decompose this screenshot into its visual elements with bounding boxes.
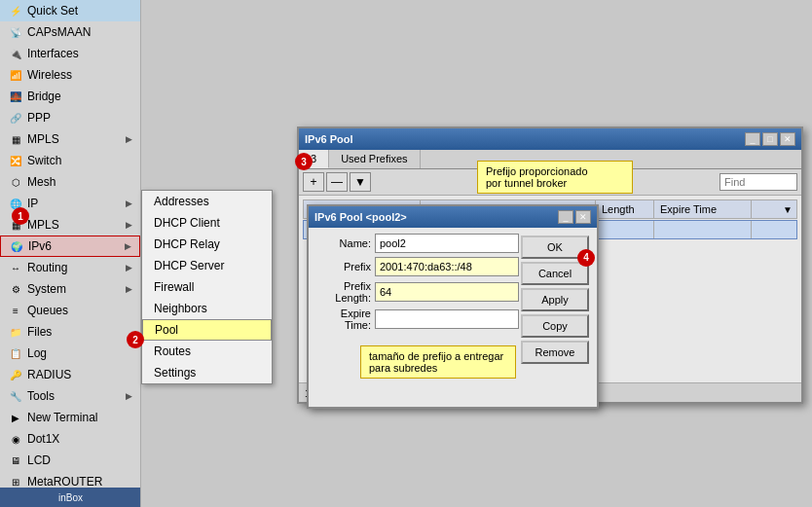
submenu-item-addresses[interactable]: Addresses xyxy=(142,191,272,212)
tooltip-text-tunnel: Prefijo proporcionadopor tunnel broker xyxy=(486,165,588,189)
sidebar-item-routing[interactable]: ↔Routing▶ xyxy=(0,257,140,278)
capsman-icon: 📡 xyxy=(8,24,23,40)
inbox-label: inBox xyxy=(0,488,141,507)
sidebar-item-mpls[interactable]: ▦MPLS▶ xyxy=(0,128,140,150)
sidebar-item-radius[interactable]: 🔑RADIUS xyxy=(0,364,140,385)
sidebar-item-system[interactable]: ⚙System▶ xyxy=(0,278,140,300)
quick-set-icon: ⚡ xyxy=(8,3,23,18)
sort-arrow[interactable]: ▼ xyxy=(783,204,793,215)
badge-1: 1 xyxy=(12,207,29,225)
filter-btn[interactable]: ▼ xyxy=(350,172,371,192)
sidebar-item-mesh[interactable]: ⬡Mesh xyxy=(0,171,140,193)
tunnel-broker-tooltip: Prefijo proporcionadopor tunnel broker xyxy=(477,161,633,194)
sidebar-label-dot1x: Dot1X xyxy=(27,432,59,446)
tab-used-prefixes[interactable]: Used Prefixes xyxy=(329,150,420,168)
add-btn[interactable]: + xyxy=(303,172,324,192)
dot1x-icon: ◉ xyxy=(8,431,23,447)
name-input[interactable] xyxy=(375,234,519,253)
tools-icon: 🔧 xyxy=(8,388,23,404)
system-icon: ⚙ xyxy=(8,281,23,297)
submenu-item-dhcp-client[interactable]: DHCP Client xyxy=(142,212,272,234)
sidebar-item-capsman[interactable]: 📡CAPsMAAN xyxy=(0,21,140,43)
submenu-item-settings[interactable]: Settings xyxy=(142,362,272,383)
ipv6-submenu: AddressesDHCP ClientDHCP RelayDHCP Serve… xyxy=(141,190,273,384)
sidebar-item-log[interactable]: 📋Log xyxy=(0,343,140,364)
sidebar-label-files: Files xyxy=(27,325,52,339)
submenu-item-dhcp-server[interactable]: DHCP Server xyxy=(142,255,272,276)
sidebar-item-files[interactable]: 📁Files xyxy=(0,321,140,343)
pool2-title: IPv6 Pool <pool2> xyxy=(314,211,407,223)
prefix-size-tooltip: tamaño de prefijo a entregarpara subrede… xyxy=(360,345,516,379)
remove-button[interactable]: Remove xyxy=(521,341,589,364)
prefix-input[interactable] xyxy=(375,257,519,276)
sidebar-label-log: Log xyxy=(27,346,47,360)
minimize-btn[interactable]: _ xyxy=(745,132,760,146)
sidebar-item-wireless[interactable]: 📶Wireless xyxy=(0,64,140,86)
sidebar-label-mpls: MPLS xyxy=(27,132,59,146)
sidebar-label-metarouter: MetaROUTER xyxy=(27,475,102,489)
sidebar-label-interfaces: Interfaces xyxy=(27,47,79,60)
sidebar-item-ipv6[interactable]: 🌍IPv6▶ xyxy=(0,235,140,257)
prefix-row: Prefix xyxy=(314,257,519,276)
wireless-icon: 📶 xyxy=(8,67,23,83)
main-window: ⚡Quick Set📡CAPsMAAN🔌Interfaces📶Wireless🌉… xyxy=(0,0,812,507)
pool2-close-btn[interactable]: ✕ xyxy=(575,210,591,224)
sidebar-item-ppp[interactable]: 🔗PPP xyxy=(0,107,140,128)
dialog-controls: _ □ ✕ xyxy=(745,132,795,146)
sidebar-label-wireless: Wireless xyxy=(27,68,72,82)
arrow-icon: ▶ xyxy=(126,220,132,230)
prefix-length-input[interactable] xyxy=(375,282,519,302)
expire-time-input[interactable] xyxy=(375,309,519,329)
copy-button[interactable]: Copy xyxy=(521,314,589,338)
sidebar: ⚡Quick Set📡CAPsMAAN🔌Interfaces📶Wireless🌉… xyxy=(0,0,141,507)
sidebar-label-routing: Routing xyxy=(27,261,67,274)
submenu-item-dhcp-relay[interactable]: DHCP Relay xyxy=(142,234,272,255)
remove-btn[interactable]: — xyxy=(326,172,348,192)
arrow-icon: ▶ xyxy=(125,241,131,251)
submenu-item-firewall[interactable]: Firewall xyxy=(142,276,272,298)
sidebar-item-dot1x[interactable]: ◉Dot1X xyxy=(0,428,140,450)
sidebar-label-radius: RADIUS xyxy=(27,368,71,381)
apply-button[interactable]: Apply xyxy=(521,288,589,311)
pool2-dialog-controls: _ ✕ xyxy=(558,210,591,224)
sidebar-item-quick-set[interactable]: ⚡Quick Set xyxy=(0,0,140,21)
ipv6-icon: 🌍 xyxy=(9,238,24,254)
sidebar-label-new-terminal: New Terminal xyxy=(27,411,97,424)
maximize-btn[interactable]: □ xyxy=(762,132,778,146)
action-buttons: OK Cancel 4 Apply Copy Remove xyxy=(521,235,589,364)
name-row: Name: xyxy=(314,234,519,253)
tooltip-text-prefix: tamaño de prefijo a entregarpara subrede… xyxy=(369,350,503,374)
find-input[interactable] xyxy=(720,173,797,191)
sidebar-label-quick-set: Quick Set xyxy=(27,4,78,18)
cancel-button[interactable]: Cancel 4 xyxy=(521,262,589,285)
sidebar-label-tools: Tools xyxy=(27,389,55,403)
prefix-length-label: Prefix Length: xyxy=(314,280,371,304)
routing-icon: ↔ xyxy=(8,260,23,275)
files-icon: 📁 xyxy=(8,324,23,340)
mesh-icon: ⬡ xyxy=(8,174,23,190)
ipv6-pool-titlebar: IPv6 Pool _ □ ✕ xyxy=(299,128,801,150)
sidebar-item-new-terminal[interactable]: ▶New Terminal xyxy=(0,407,140,428)
submenu-item-routes[interactable]: Routes xyxy=(142,341,272,362)
arrow-icon: ▶ xyxy=(126,284,132,294)
switch-icon: 🔀 xyxy=(8,153,23,168)
sidebar-item-lcd[interactable]: 🖥LCD xyxy=(0,450,140,471)
sidebar-item-bridge[interactable]: 🌉Bridge xyxy=(0,86,140,107)
badge-4: 4 xyxy=(577,249,595,267)
close-btn[interactable]: ✕ xyxy=(780,132,795,146)
submenu-item-neighbors[interactable]: Neighbors xyxy=(142,298,272,319)
sidebar-item-tools[interactable]: 🔧Tools▶ xyxy=(0,385,140,407)
sidebar-item-interfaces[interactable]: 🔌Interfaces xyxy=(0,43,140,64)
sidebar-label-queues: Queues xyxy=(27,304,68,317)
sidebar-item-switch[interactable]: 🔀Switch xyxy=(0,150,140,171)
radius-icon: 🔑 xyxy=(8,367,23,382)
bridge-icon: 🌉 xyxy=(8,89,23,104)
sidebar-label-switch: Switch xyxy=(27,154,61,167)
sidebar-item-queues[interactable]: ≡Queues xyxy=(0,300,140,321)
submenu-item-pool[interactable]: Pool xyxy=(142,319,272,341)
pool2-minimize-btn[interactable]: _ xyxy=(558,210,573,224)
prefix-label: Prefix xyxy=(314,261,371,272)
sidebar-label-ipv6: IPv6 xyxy=(28,239,52,253)
new-terminal-icon: ▶ xyxy=(8,410,23,425)
ipv6-pool-title: IPv6 Pool xyxy=(305,133,353,145)
